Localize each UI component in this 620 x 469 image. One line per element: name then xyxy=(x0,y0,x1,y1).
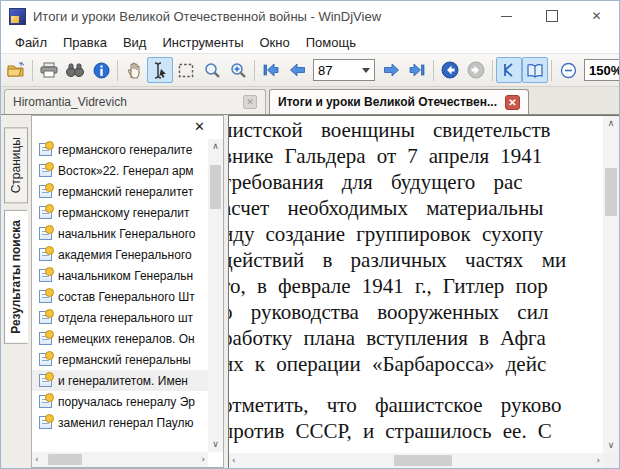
search-panel-horizontal-scrollbar[interactable]: ‹ › xyxy=(32,452,208,467)
scroll-up-icon[interactable]: ∧ xyxy=(208,142,223,151)
rect-select-tool-button[interactable] xyxy=(173,57,199,83)
search-result-page-icon xyxy=(39,164,52,177)
menu-view[interactable]: Вид xyxy=(115,33,155,52)
scroll-right-icon[interactable]: › xyxy=(201,455,205,464)
find-button[interactable] xyxy=(62,57,88,83)
scroll-down-icon[interactable]: ∨ xyxy=(208,440,223,449)
search-result-item[interactable]: академия Генерального xyxy=(32,244,208,265)
document-text-line: требования для будущего рас xyxy=(228,169,603,195)
sidebar-tab-label: Страницы xyxy=(9,137,23,193)
search-result-item-selected[interactable]: и генералитетом. Имен xyxy=(32,370,208,391)
last-page-button[interactable] xyxy=(404,57,430,83)
minimize-button[interactable] xyxy=(484,1,529,31)
chevron-down-icon xyxy=(362,68,370,73)
scroll-left-icon[interactable]: ‹ xyxy=(232,456,236,465)
tab-hiromantia-vidrevich[interactable]: Hiromantia_Vidrevich ✕ xyxy=(4,89,266,114)
print-button[interactable] xyxy=(36,57,62,83)
close-button[interactable] xyxy=(574,1,619,31)
forward-button[interactable] xyxy=(463,57,489,83)
toolbar-separator xyxy=(254,60,255,81)
scroll-left-icon[interactable]: ‹ xyxy=(35,455,39,464)
search-result-item[interactable]: начальник Генерального xyxy=(32,223,208,244)
maximize-button[interactable] xyxy=(529,1,574,31)
search-result-item[interactable]: состав Генерального Шт xyxy=(32,286,208,307)
search-result-item[interactable]: Восток»22. Генерал арм xyxy=(32,160,208,181)
document-text-line: против СССР, и страшилось ее. С xyxy=(228,418,603,444)
toolbar: 87 xyxy=(1,54,619,87)
zoom-combobox[interactable]: 150% xyxy=(584,59,619,81)
previous-page-button[interactable] xyxy=(284,57,310,83)
search-result-page-icon xyxy=(39,416,52,429)
search-result-item[interactable]: германский генералитет xyxy=(32,181,208,202)
document-text-line: листской военщины свидетельств xyxy=(228,117,603,143)
scroll-up-icon[interactable]: ∧ xyxy=(603,119,619,128)
main-area: Страницы Результаты поиска ✕ германского… xyxy=(1,115,619,468)
document-vertical-scrollbar[interactable]: ∧ ∨ xyxy=(603,116,619,453)
magnifier-icon xyxy=(204,62,221,79)
search-result-page-icon xyxy=(39,248,52,261)
page-number-combobox[interactable]: 87 xyxy=(313,59,375,81)
next-page-icon xyxy=(383,63,400,77)
open-button[interactable] xyxy=(3,57,29,83)
magnifier-plus-icon xyxy=(230,62,247,79)
zoom-out-button[interactable] xyxy=(555,57,581,83)
layout-continuous-button[interactable] xyxy=(496,57,522,83)
windjview-window: Итоги и уроки Великой Отечественной войн… xyxy=(0,0,620,469)
back-button[interactable] xyxy=(437,57,463,83)
scrollbar-thumb[interactable] xyxy=(394,455,452,466)
scrollbar-thumb[interactable] xyxy=(48,454,82,465)
document-text-line: отметить, что фашистское руково xyxy=(228,392,603,418)
layout-continuous-icon xyxy=(501,62,517,78)
next-page-button[interactable] xyxy=(378,57,404,83)
search-results-panel: ✕ германского генералите Восток»22. Гене… xyxy=(31,115,224,468)
window-title: Итоги и уроки Великой Отечественной войн… xyxy=(33,9,381,24)
first-page-button[interactable] xyxy=(258,57,284,83)
scrollbar-thumb[interactable] xyxy=(605,168,617,216)
panel-close-icon[interactable]: ✕ xyxy=(194,120,205,133)
search-result-item[interactable]: начальником Генеральн xyxy=(32,265,208,286)
search-result-item[interactable]: заменил генерал Паулю xyxy=(32,412,208,433)
search-result-page-icon xyxy=(39,353,52,366)
document-horizontal-scrollbar[interactable]: ‹ › xyxy=(229,453,603,468)
search-result-page-icon xyxy=(39,143,52,156)
search-result-item[interactable]: отдела генерального шт xyxy=(32,307,208,328)
search-panel-vertical-scrollbar[interactable]: ∧ ∨ xyxy=(208,139,223,452)
panel-header: ✕ xyxy=(32,116,223,137)
menu-bar: Файл Правка Вид Инструменты Окно Помощь xyxy=(1,31,619,54)
toolbar-separator xyxy=(433,60,434,81)
sidebar-tab-pages[interactable]: Страницы xyxy=(4,127,28,203)
menu-file[interactable]: Файл xyxy=(7,33,55,52)
tab-close-icon[interactable]: ✕ xyxy=(243,95,257,109)
magnify-select-tool-button[interactable] xyxy=(225,57,251,83)
sidebar-tab-label: Результаты поиска xyxy=(9,220,23,334)
binoculars-icon xyxy=(66,63,84,78)
toolbar-separator xyxy=(32,60,33,81)
sidebar-tab-search-results[interactable]: Результаты поиска xyxy=(4,210,28,344)
menu-window[interactable]: Окно xyxy=(251,33,297,52)
search-result-item[interactable]: поручалась генералу Эр xyxy=(32,391,208,412)
search-results-list: германского генералите Восток»22. Генера… xyxy=(32,139,208,452)
magnify-tool-button[interactable] xyxy=(199,57,225,83)
search-result-item[interactable]: немецких генералов. Он xyxy=(32,328,208,349)
document-text-line: хотя далеко не полностью отлаж xyxy=(228,444,603,453)
tab-itogi-i-uroki[interactable]: Итоги и уроки Великой Отечествен... ✕ xyxy=(269,89,529,114)
menu-edit[interactable]: Правка xyxy=(55,33,115,52)
search-result-item[interactable]: германского генералите xyxy=(32,139,208,160)
search-result-page-icon xyxy=(39,311,52,324)
pan-tool-button[interactable] xyxy=(121,57,147,83)
scroll-down-icon[interactable]: ∨ xyxy=(603,441,619,450)
text-select-tool-button[interactable] xyxy=(147,57,173,83)
search-result-item[interactable]: германскому генералит xyxy=(32,202,208,223)
document-text-line: го, в феврале 1941 г., Гитлер пор xyxy=(228,273,603,299)
document-view[interactable]: листской военщины свидетельств внике Гал… xyxy=(228,115,619,468)
layout-facing-button[interactable] xyxy=(522,57,548,83)
search-result-page-icon xyxy=(39,206,52,219)
scroll-right-icon[interactable]: › xyxy=(596,456,600,465)
tab-close-icon[interactable]: ✕ xyxy=(505,95,520,110)
about-button[interactable] xyxy=(88,57,114,83)
menu-tools[interactable]: Инструменты xyxy=(154,33,251,52)
menu-help[interactable]: Помощь xyxy=(298,33,364,52)
layout-facing-book-icon xyxy=(526,63,544,78)
scrollbar-thumb[interactable] xyxy=(210,165,221,209)
search-result-item[interactable]: германский генеральны xyxy=(32,349,208,370)
